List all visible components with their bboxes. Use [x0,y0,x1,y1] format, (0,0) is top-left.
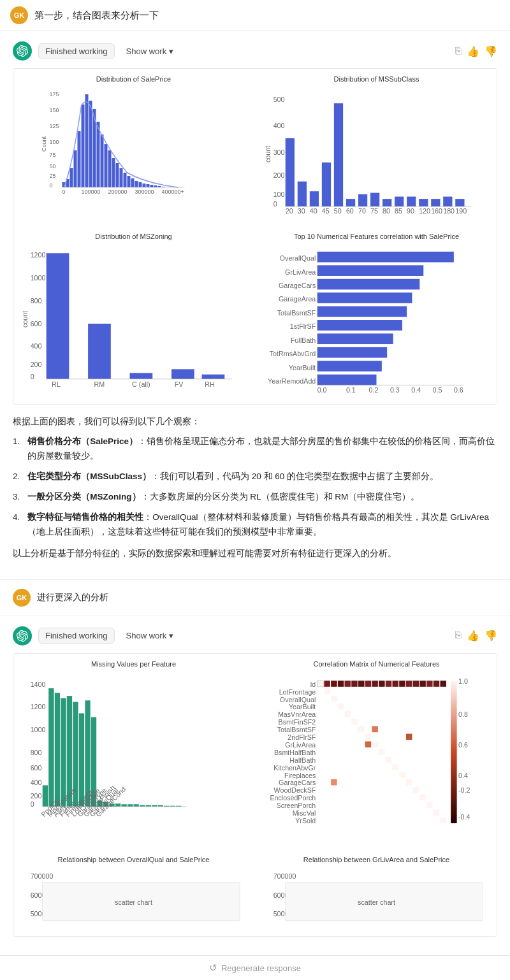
svg-text:TotalBsmtSF: TotalBsmtSF [277,309,316,317]
svg-rect-137 [55,693,60,806]
svg-rect-22 [112,158,115,187]
svg-text:175: 175 [50,91,59,97]
svg-rect-112 [317,292,412,303]
svg-text:20: 20 [286,207,293,215]
svg-rect-202 [413,681,419,687]
svg-text:300000: 300000 [135,189,154,195]
second-user-text: 进行更深入的分析 [37,592,108,603]
svg-rect-12 [74,150,77,187]
top-header: GK 第一步，结合图表来分析一下 [0,0,510,31]
svg-rect-136 [48,688,54,807]
svg-text:0.1: 0.1 [346,387,356,394]
svg-text:0: 0 [31,373,34,380]
svg-rect-19 [101,134,104,187]
svg-text:600: 600 [31,763,42,771]
svg-text:EnclosedPorch: EnclosedPorch [270,794,316,802]
svg-rect-29 [139,182,142,187]
svg-text:30: 30 [298,207,305,215]
thumbs-down-icon-2[interactable]: 👎 [484,630,497,642]
svg-rect-207 [317,681,324,687]
svg-text:400: 400 [273,122,285,129]
svg-rect-138 [61,698,66,806]
svg-text:BsmtHalfBath: BsmtHalfBath [274,749,316,756]
correlation-chart-area: OverallQual GrLivArea GarageCars GarageA… [263,244,490,398]
svg-text:0.4: 0.4 [411,387,421,394]
svg-text:KitchenAbvGr: KitchenAbvGr [273,763,316,771]
svg-text:300: 300 [273,148,285,156]
svg-rect-33 [154,185,157,187]
svg-text:700000: 700000 [273,872,296,879]
svg-text:160: 160 [431,207,442,215]
svg-rect-204 [426,681,433,687]
svg-rect-25 [124,173,127,187]
svg-text:0.3: 0.3 [390,387,400,394]
thumbs-down-icon[interactable]: 👎 [484,45,497,57]
svg-rect-53 [334,103,343,206]
svg-rect-150 [134,804,139,807]
svg-text:1200: 1200 [31,252,46,259]
svg-rect-92 [202,375,225,379]
svg-rect-154 [158,805,163,806]
svg-text:YearBuilt: YearBuilt [289,703,316,710]
copy-icon[interactable]: ⎘ [455,45,462,57]
svg-text:85: 85 [395,207,402,215]
show-work-button[interactable]: Show work ▾ [121,44,179,59]
correlation-chart-panel: Top 10 Numerical Features correlation wi… [256,226,497,404]
svg-text:1000: 1000 [31,726,46,733]
svg-rect-227 [372,726,378,732]
svg-rect-229 [406,733,412,740]
svg-rect-211 [345,711,351,717]
svg-rect-26 [127,176,131,187]
svg-rect-230 [451,681,457,823]
corr-matrix-panel: Correlation Matrix of Numerical Features… [256,654,497,847]
svg-text:GrLivArea: GrLivArea [285,741,316,749]
missing-values-area: 1400 1200 1000 800 600 400 200 0 [20,672,247,840]
svg-text:Count: Count [41,136,47,152]
svg-text:70: 70 [358,207,366,215]
svg-text:-0.2: -0.2 [458,786,470,794]
correlation-svg: OverallQual GrLivArea GarageCars GarageA… [263,244,490,396]
svg-text:YrSold: YrSold [295,817,316,825]
svg-rect-190 [331,681,337,687]
thumbs-up-icon[interactable]: 👍 [467,45,479,57]
svg-text:0.0: 0.0 [317,387,327,394]
svg-text:600: 600 [31,320,42,328]
svg-text:200000: 200000 [108,189,127,195]
regenerate-label[interactable]: Regenerate response [221,963,301,973]
svg-text:1stFlrSF: 1stFlrSF [290,323,316,331]
svg-rect-49 [286,138,295,206]
svg-text:400000+: 400000+ [162,189,184,195]
mszoning-svg: count 1200 1000 800 600 400 200 0 RL [20,244,247,396]
svg-rect-55 [358,194,367,206]
copy-icon-2[interactable]: ⎘ [455,630,462,642]
svg-rect-228 [365,741,372,747]
svg-rect-13 [78,131,81,187]
svg-rect-201 [406,681,412,687]
svg-rect-18 [97,122,100,187]
svg-text:0.5: 0.5 [433,387,442,394]
corr-matrix-title: Correlation Matrix of Numerical Features [263,660,490,668]
svg-text:GarageArea: GarageArea [279,296,316,303]
svg-rect-194 [358,681,365,687]
svg-rect-225 [440,817,446,823]
svg-text:400: 400 [31,343,42,350]
svg-text:50: 50 [334,207,342,215]
svg-text:45: 45 [322,207,330,215]
show-work-button-2[interactable]: Show work ▾ [121,628,179,643]
svg-text:700000: 700000 [31,872,54,879]
svg-text:200: 200 [31,361,42,368]
svg-rect-217 [386,756,392,763]
svg-rect-54 [346,199,355,206]
svg-text:0.2: 0.2 [369,387,379,394]
svg-rect-218 [392,764,398,770]
svg-rect-199 [392,681,398,687]
analysis-intro: 根据上面的图表，我们可以得到以下几个观察： [13,415,497,429]
svg-text:90: 90 [407,207,414,215]
svg-text:MiscVal: MiscVal [293,809,316,817]
svg-rect-61 [431,199,440,206]
mssubclass-svg: count 500 400 300 200 100 0 [263,87,490,215]
svg-text:GrLivArea: GrLivArea [285,268,316,276]
thumbs-up-icon-2[interactable]: 👍 [467,630,479,642]
svg-rect-51 [310,191,319,206]
svg-rect-50 [298,182,307,206]
